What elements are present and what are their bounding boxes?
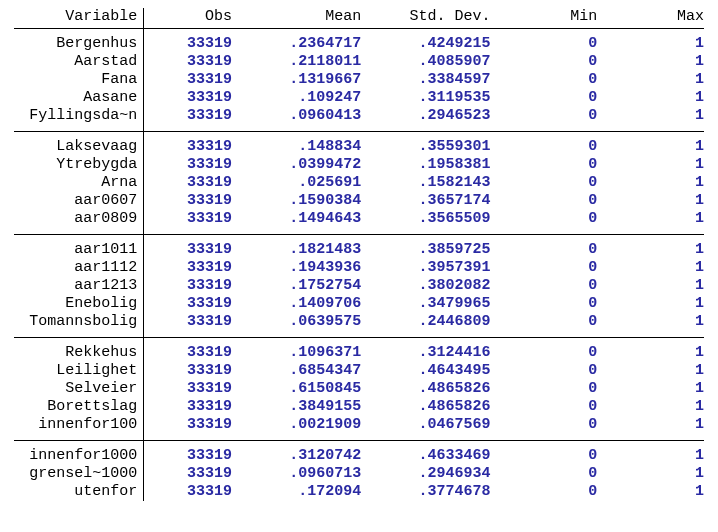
cell-mean: .6150845 <box>232 380 361 398</box>
cell-min: 0 <box>491 71 598 89</box>
cell-obs: 33319 <box>144 174 232 192</box>
cell-max: 1 <box>597 362 704 380</box>
cell-sd: .3119535 <box>361 89 490 107</box>
cell-max: 1 <box>597 71 704 89</box>
col-max: Max <box>597 8 704 29</box>
cell-variable: innenfor100 <box>14 416 144 434</box>
cell-sd: .3657174 <box>361 192 490 210</box>
cell-min: 0 <box>491 277 598 295</box>
table-row: Arna33319.025691.158214301 <box>14 174 704 192</box>
cell-sd: .1582143 <box>361 174 490 192</box>
cell-obs: 33319 <box>144 156 232 174</box>
cell-obs: 33319 <box>144 447 232 465</box>
cell-mean: .6854347 <box>232 362 361 380</box>
cell-variable: aar1213 <box>14 277 144 295</box>
cell-mean: .109247 <box>232 89 361 107</box>
header-row: Variable Obs Mean Std. Dev. Min Max <box>14 8 704 29</box>
col-variable: Variable <box>14 8 144 29</box>
cell-sd: .4643495 <box>361 362 490 380</box>
cell-mean: .0639575 <box>232 313 361 331</box>
cell-obs: 33319 <box>144 380 232 398</box>
cell-variable: Leilighet <box>14 362 144 380</box>
table-row: Leilighet33319.6854347.464349501 <box>14 362 704 380</box>
cell-min: 0 <box>491 447 598 465</box>
cell-obs: 33319 <box>144 53 232 71</box>
cell-mean: .0960413 <box>232 107 361 125</box>
table-row: aar121333319.1752754.380208201 <box>14 277 704 295</box>
cell-min: 0 <box>491 89 598 107</box>
cell-mean: .1943936 <box>232 259 361 277</box>
cell-min: 0 <box>491 138 598 156</box>
cell-max: 1 <box>597 483 704 501</box>
cell-max: 1 <box>597 35 704 53</box>
table-row: aar060733319.1590384.365717401 <box>14 192 704 210</box>
cell-max: 1 <box>597 192 704 210</box>
cell-variable: Enebolig <box>14 295 144 313</box>
cell-variable: innenfor1000 <box>14 447 144 465</box>
cell-mean: .1752754 <box>232 277 361 295</box>
cell-obs: 33319 <box>144 89 232 107</box>
cell-max: 1 <box>597 138 704 156</box>
cell-mean: .1319667 <box>232 71 361 89</box>
cell-min: 0 <box>491 313 598 331</box>
cell-min: 0 <box>491 210 598 228</box>
table-row: Laksevaag33319.148834.355930101 <box>14 138 704 156</box>
cell-min: 0 <box>491 380 598 398</box>
cell-obs: 33319 <box>144 35 232 53</box>
cell-min: 0 <box>491 344 598 362</box>
cell-obs: 33319 <box>144 483 232 501</box>
cell-obs: 33319 <box>144 344 232 362</box>
cell-obs: 33319 <box>144 259 232 277</box>
cell-max: 1 <box>597 210 704 228</box>
cell-obs: 33319 <box>144 295 232 313</box>
cell-variable: aar0809 <box>14 210 144 228</box>
cell-max: 1 <box>597 174 704 192</box>
cell-obs: 33319 <box>144 210 232 228</box>
cell-min: 0 <box>491 241 598 259</box>
summary-table: Variable Obs Mean Std. Dev. Min Max Berg… <box>0 0 718 513</box>
cell-mean: .025691 <box>232 174 361 192</box>
cell-min: 0 <box>491 107 598 125</box>
cell-sd: .4249215 <box>361 35 490 53</box>
cell-max: 1 <box>597 398 704 416</box>
table-row: utenfor33319.172094.377467801 <box>14 483 704 501</box>
cell-max: 1 <box>597 53 704 71</box>
cell-sd: .4633469 <box>361 447 490 465</box>
cell-variable: Fyllingsda~n <box>14 107 144 125</box>
cell-min: 0 <box>491 156 598 174</box>
cell-variable: Arna <box>14 174 144 192</box>
cell-variable: Borettslag <box>14 398 144 416</box>
cell-variable: aar1011 <box>14 241 144 259</box>
cell-sd: .3957391 <box>361 259 490 277</box>
table-row: aar111233319.1943936.395739101 <box>14 259 704 277</box>
cell-variable: Ytrebygda <box>14 156 144 174</box>
cell-sd: .0467569 <box>361 416 490 434</box>
cell-mean: .148834 <box>232 138 361 156</box>
cell-variable: aar0607 <box>14 192 144 210</box>
cell-max: 1 <box>597 156 704 174</box>
col-min: Min <box>491 8 598 29</box>
cell-min: 0 <box>491 35 598 53</box>
cell-variable: Fana <box>14 71 144 89</box>
cell-min: 0 <box>491 192 598 210</box>
cell-mean: .2364717 <box>232 35 361 53</box>
cell-sd: .2946934 <box>361 465 490 483</box>
cell-min: 0 <box>491 259 598 277</box>
table-row: innenfor100033319.3120742.463346901 <box>14 447 704 465</box>
cell-variable: Bergenhus <box>14 35 144 53</box>
cell-variable: Aasane <box>14 89 144 107</box>
table-row: Tomannsbolig33319.0639575.244680901 <box>14 313 704 331</box>
cell-max: 1 <box>597 107 704 125</box>
table-row: grensel~100033319.0960713.294693401 <box>14 465 704 483</box>
table-row: Aarstad33319.2118011.408590701 <box>14 53 704 71</box>
cell-sd: .4865826 <box>361 398 490 416</box>
cell-min: 0 <box>491 174 598 192</box>
cell-sd: .3559301 <box>361 138 490 156</box>
table-row: Fana33319.1319667.338459701 <box>14 71 704 89</box>
cell-max: 1 <box>597 241 704 259</box>
cell-sd: .3384597 <box>361 71 490 89</box>
table-row: Fyllingsda~n33319.0960413.294652301 <box>14 107 704 125</box>
table-row: Borettslag33319.3849155.486582601 <box>14 398 704 416</box>
cell-mean: .0960713 <box>232 465 361 483</box>
cell-variable: utenfor <box>14 483 144 501</box>
